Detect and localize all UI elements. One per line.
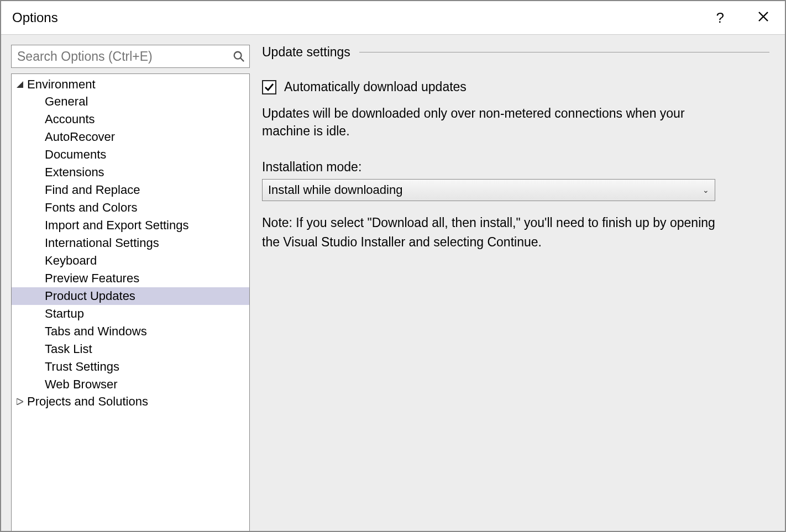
close-button[interactable] — [757, 9, 769, 27]
search-input[interactable] — [17, 49, 233, 64]
tree-item-import-export[interactable]: Import and Export Settings — [12, 217, 249, 234]
installation-mode-dropdown[interactable]: Install while downloading ⌄ — [262, 179, 715, 201]
tree-category-label: Projects and Solutions — [27, 394, 148, 409]
section-header: Update settings — [262, 45, 769, 60]
installation-mode-label: Installation mode: — [262, 160, 769, 175]
section-title: Update settings — [262, 45, 350, 60]
tree-item-preview-features[interactable]: Preview Features — [12, 270, 249, 287]
checkbox-box[interactable] — [262, 80, 276, 94]
auto-download-note: Updates will be downloaded only over non… — [262, 104, 715, 140]
window-title: Options — [12, 10, 58, 25]
tree-category-label: Environment — [27, 77, 96, 92]
tree-category-environment[interactable]: Environment — [12, 76, 249, 93]
tree-item-startup[interactable]: Startup — [12, 305, 249, 323]
checkbox-label: Automatically download updates — [284, 80, 467, 94]
tree-item-trust-settings[interactable]: Trust Settings — [12, 358, 249, 376]
chevron-down-icon: ⌄ — [703, 186, 709, 194]
close-icon — [757, 10, 769, 23]
tree-item-autorecover[interactable]: AutoRecover — [12, 128, 249, 146]
search-icon — [233, 50, 245, 62]
svg-point-0 — [234, 52, 242, 59]
checkmark-icon — [264, 82, 275, 93]
installation-mode-note: Note: If you select "Download all, then … — [262, 213, 721, 251]
dropdown-value: Install while downloading — [268, 183, 402, 197]
svg-line-1 — [240, 58, 244, 61]
tree-item-web-browser[interactable]: Web Browser — [12, 376, 249, 393]
tree-item-general[interactable]: General — [12, 93, 249, 110]
tree-item-product-updates[interactable]: Product Updates — [12, 287, 249, 305]
svg-marker-3 — [17, 398, 23, 405]
help-button[interactable]: ? — [716, 9, 724, 27]
tree-item-documents[interactable]: Documents — [12, 146, 249, 164]
expand-arrow-icon — [15, 398, 25, 405]
tree-item-keyboard[interactable]: Keyboard — [12, 252, 249, 270]
auto-download-checkbox[interactable]: Automatically download updates — [262, 80, 769, 94]
tree-item-international[interactable]: International Settings — [12, 234, 249, 252]
collapse-arrow-icon — [15, 81, 25, 88]
svg-marker-2 — [17, 81, 23, 88]
tree-item-fonts-colors[interactable]: Fonts and Colors — [12, 199, 249, 217]
tree-item-tabs-windows[interactable]: Tabs and Windows — [12, 323, 249, 340]
tree-item-accounts[interactable]: Accounts — [12, 110, 249, 128]
options-tree[interactable]: Environment General Accounts AutoRecover… — [12, 74, 249, 532]
tree-item-task-list[interactable]: Task List — [12, 340, 249, 358]
tree-item-extensions[interactable]: Extensions — [12, 164, 249, 181]
search-options[interactable] — [11, 45, 250, 68]
tree-category-projects-solutions[interactable]: Projects and Solutions — [12, 393, 249, 410]
titlebar: Options ? — [1, 1, 785, 34]
tree-item-find-replace[interactable]: Find and Replace — [12, 181, 249, 199]
